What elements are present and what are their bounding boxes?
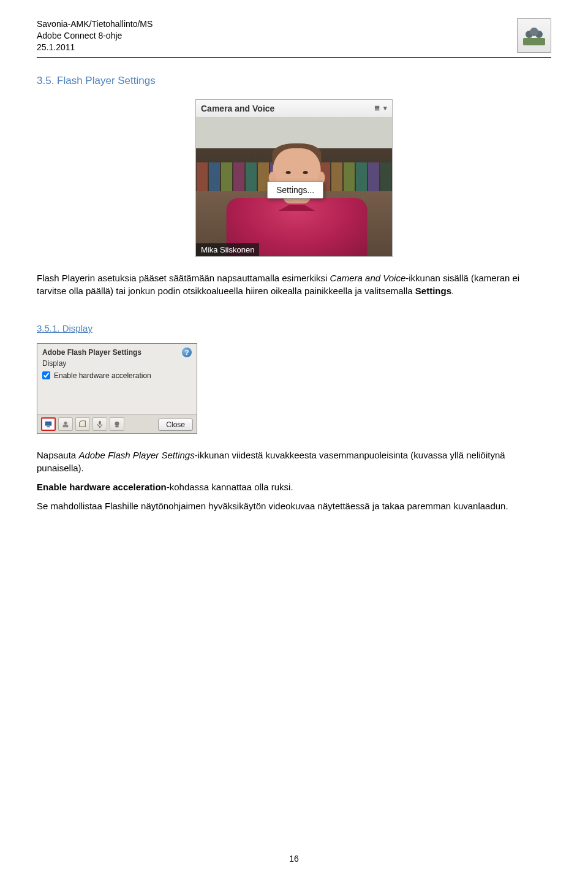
enable-hw-accel-checkbox[interactable] (42, 371, 50, 379)
pod-titlebar[interactable]: Camera and Voice ≣ ▾ (196, 100, 392, 118)
svg-point-3 (530, 28, 538, 36)
camera-voice-pod: Camera and Voice ≣ ▾ (195, 99, 393, 257)
settings-context-menu-item[interactable]: Settings... (267, 181, 323, 199)
svg-rect-5 (47, 426, 50, 427)
pod-menu-icons[interactable]: ≣ ▾ (374, 104, 387, 112)
header-date: 25.1.2011 (37, 42, 153, 53)
flash-tab-storage-icon[interactable] (75, 417, 90, 431)
pod-title: Camera and Voice (201, 104, 274, 113)
svg-rect-9 (99, 426, 100, 428)
svg-rect-8 (99, 420, 101, 424)
svg-rect-7 (63, 425, 69, 427)
svg-rect-0 (523, 38, 545, 45)
flash-dialog-subtitle: Display (37, 359, 197, 369)
flash-tab-display-icon[interactable] (41, 417, 56, 431)
header-app-icon (517, 18, 551, 53)
section-3-5-1-p3: Se mahdollistaa Flashille näytönohjaimen… (37, 499, 551, 512)
webcam-video-area: Settings... Mika Siiskonen (196, 118, 392, 256)
svg-point-10 (115, 421, 119, 425)
svg-rect-11 (115, 425, 118, 427)
header-doc: Adobe Connect 8-ohje (37, 30, 153, 42)
header-rule (37, 57, 551, 58)
section-3-5-1-heading: 3.5.1. Display (37, 323, 551, 333)
flash-tab-privacy-icon[interactable] (58, 417, 73, 431)
webcam-participant-name: Mika Siiskonen (196, 243, 259, 256)
flash-tab-camera-icon[interactable] (110, 417, 124, 431)
svg-point-6 (64, 421, 67, 424)
pod-menu-lines-icon[interactable]: ≣ (374, 104, 380, 112)
header-org: Savonia-AMK/Tietohallinto/MS (37, 18, 153, 30)
svg-rect-4 (45, 421, 52, 425)
section-3-5-1-p1: Napsauta Adobe Flash Player Settings-ikk… (37, 449, 551, 474)
enable-hw-accel-row[interactable]: Enable hardware acceleration (42, 371, 192, 380)
flash-dialog-title: Adobe Flash Player Settings (42, 348, 141, 357)
flash-close-button[interactable]: Close (158, 419, 193, 431)
section-3-5-1-p2: Enable hardware acceleration-kohdassa ka… (37, 480, 551, 493)
section-3-5-heading: 3.5. Flash Player Settings (37, 75, 551, 87)
section-3-5-paragraph: Flash Playerin asetuksia pääset säätämää… (37, 271, 551, 297)
pod-menu-caret-icon[interactable]: ▾ (383, 104, 387, 112)
page-number: 16 (289, 854, 299, 864)
flash-tab-microphone-icon[interactable] (92, 417, 107, 431)
flash-help-icon[interactable]: ? (182, 347, 192, 357)
flash-player-settings-dialog: Adobe Flash Player Settings ? Display En… (37, 343, 197, 434)
doc-header-text: Savonia-AMK/Tietohallinto/MS Adobe Conne… (37, 18, 153, 53)
enable-hw-accel-label: Enable hardware acceleration (54, 371, 151, 380)
